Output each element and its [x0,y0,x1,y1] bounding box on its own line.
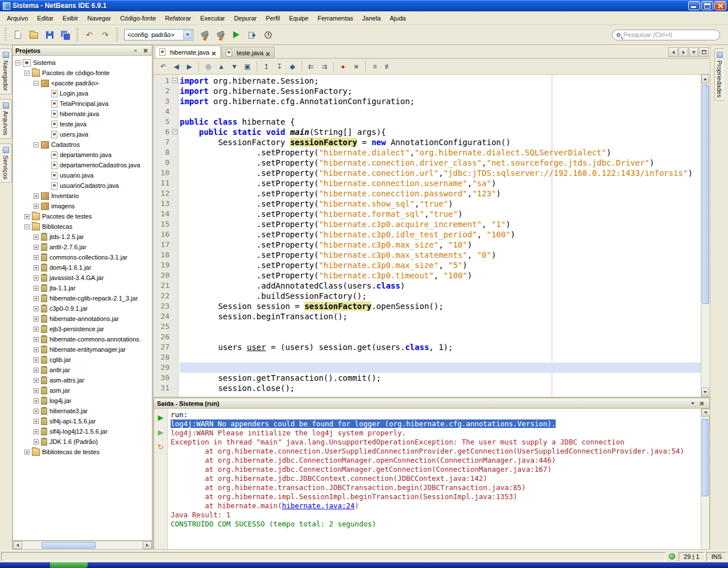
code-line[interactable]: session.getTransaction().commit(); [180,373,701,383]
next-bookmark-button[interactable]: ↧ [273,60,286,73]
expand-toggle[interactable]: + [24,214,30,219]
minimize-output-button[interactable] [688,400,697,408]
expand-toggle[interactable]: + [34,419,39,424]
gutter-line[interactable]: 27 [154,342,178,352]
menu-ferramentas[interactable]: Ferramentas [313,13,358,23]
tree-row[interactable]: +cglib.jar [13,355,152,365]
expand-toggle[interactable]: + [34,265,39,270]
menu-refatorar[interactable]: Refatorar [160,13,196,23]
tree-row[interactable]: +jtds-1.2.5.jar [13,232,152,242]
tree-row[interactable]: +slf4j-api-1.5.6.jar [13,416,152,426]
collapse-toggle[interactable]: − [34,81,39,86]
code-line[interactable] [180,363,701,373]
scrollbar-thumb[interactable] [702,419,709,496]
gutter-line[interactable]: 15 [154,219,178,229]
projects-header[interactable]: Projetos « [13,45,152,56]
scroll-tabs-right-button[interactable] [679,47,688,57]
gutter-line[interactable]: 1− [154,76,178,86]
code-line[interactable]: users user = (users) session.get(users.c… [180,342,701,352]
tree-row[interactable]: +hibernate3.jar [13,406,152,416]
toggle-bookmark-button[interactable]: ◆ [286,60,299,73]
scroll-up-button[interactable] [701,75,709,84]
output-header[interactable]: Saída - Sistema (run) [154,398,710,409]
undo-button[interactable]: ↶ [82,27,97,42]
tree-row[interactable]: +jta-1.1.jar [13,283,152,293]
minimize-projects-button[interactable]: « [131,47,139,55]
tab-teste-java[interactable]: teste.java [221,47,275,58]
tree-row[interactable]: +hibernate-entitymanager.jar [13,344,152,355]
tree-row[interactable]: +hibernate-cglib-repack-2.1_3.jar [13,293,152,303]
code-line[interactable]: .setProperty("hibernate.c3p0.idle_test_p… [180,229,701,240]
scrollbar-thumb[interactable] [702,85,709,304]
build-project-button[interactable] [197,27,212,42]
run-project-button[interactable] [229,27,243,42]
code-line[interactable]: .setProperty("hibernate.c3p0.timeout", "… [180,270,701,281]
collapse-toggle[interactable]: − [24,224,30,229]
collapse-toggle[interactable]: − [15,60,20,65]
tree-row[interactable]: +Inventario [13,191,152,201]
scroll-down-button[interactable] [701,409,710,417]
menu-ajuda[interactable]: Ajuda [385,13,410,23]
tree-row[interactable]: hibernate.java [13,109,152,119]
close-button[interactable] [714,1,726,10]
stacktrace-link[interactable]: hibernate.java:24 [282,501,355,510]
tree-row[interactable]: Login.java [13,88,152,98]
start-macro-recording-button[interactable]: ● [337,60,349,73]
toolbar-grip[interactable] [76,28,78,42]
tree-row[interactable]: −Sistema [13,57,152,68]
gutter-line[interactable]: 30 [154,373,178,383]
code-line[interactable] [180,352,701,363]
expand-toggle[interactable]: + [34,234,39,240]
shift-line-right-button[interactable]: ⇉ [318,60,330,73]
code-line[interactable]: public class hibernate { [180,117,701,127]
fold-toggle[interactable]: − [172,129,177,134]
comment-button[interactable]: ≡ [369,60,381,73]
scroll-left-button[interactable] [13,541,22,549]
projects-hscrollbar[interactable] [13,541,152,550]
maximize-button[interactable] [701,1,713,10]
stop-macro-recording-button[interactable]: ■ [350,60,362,73]
expand-toggle[interactable]: + [34,255,39,260]
uncomment-button[interactable]: ≢ [382,60,394,73]
toggle-highlight-button[interactable]: ▣ [241,60,254,73]
menu-janela[interactable]: Janela [358,13,385,23]
code-line[interactable]: .setProperty("hibernate.conecction.passw… [180,188,701,199]
gutter-line[interactable]: 26 [154,332,178,342]
gutter-line[interactable]: 12 [154,188,178,199]
open-project-button[interactable] [42,27,57,42]
code-line[interactable]: .setProperty("hibernate.c3p0.max_size", … [180,240,701,250]
collapse-toggle[interactable]: − [34,142,39,147]
expand-toggle[interactable]: + [24,450,30,455]
rerun-with-args-button[interactable]: ▶ [156,427,166,437]
back-button[interactable]: ◀ [170,60,183,73]
gutter-line[interactable]: 10 [154,168,178,178]
gutter-line[interactable]: 14 [154,209,178,219]
menu-executar[interactable]: Executar [196,13,229,23]
tree-row[interactable]: +ejb3-persistence.jar [13,324,152,334]
tree-row[interactable]: +javassist-3.4.GA.jar [13,273,152,283]
code-line[interactable]: import org.hibernate.Session; [180,76,701,86]
expand-toggle[interactable]: + [34,245,39,250]
profile-project-button[interactable] [260,27,275,42]
gutter-line[interactable]: 19 [154,260,178,270]
refresh-button[interactable]: ↻ [156,442,166,452]
expand-toggle[interactable]: + [34,439,39,444]
expand-toggle[interactable]: + [34,378,39,383]
editor-vscrollbar[interactable] [701,75,710,397]
expand-toggle[interactable]: + [34,429,39,434]
tree-row[interactable]: departamento.java [13,150,152,160]
expand-toggle[interactable]: + [34,204,39,209]
clean-build-button[interactable] [213,27,228,42]
code-line[interactable]: .setProperty("hibernate.conection.driver… [180,158,701,168]
expand-toggle[interactable]: + [34,327,39,332]
tree-row[interactable]: −Pacotes de código-fonte [13,68,152,78]
gutter-line[interactable]: 16 [154,229,178,240]
expand-toggle[interactable]: + [34,409,39,414]
tree-row[interactable]: +hibernate-commons-annotations. [13,334,152,344]
expand-toggle[interactable]: + [34,357,39,363]
expand-toggle[interactable]: + [34,316,39,322]
tree-row[interactable]: +c3p0-0.9.1.jar [13,303,152,314]
fold-toggle[interactable]: − [172,78,177,83]
tree-row[interactable]: +asm.jar [13,385,152,396]
redo-button[interactable]: ↷ [98,27,113,42]
